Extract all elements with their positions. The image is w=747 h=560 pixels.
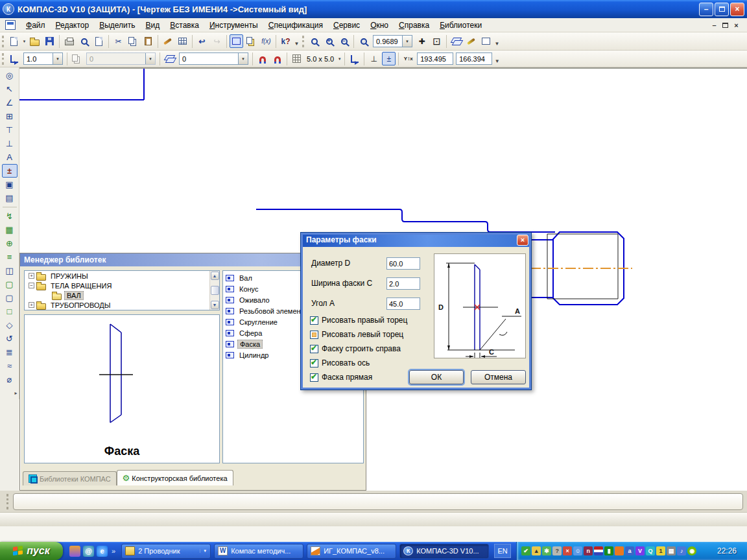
new-document-dropdown[interactable]: ▼ — [21, 35, 27, 48]
zoom-tool-button[interactable] — [307, 34, 321, 48]
measure-tool-icon[interactable]: ∠ — [2, 96, 18, 110]
selection-frame-icon[interactable]: ▢ — [2, 277, 18, 291]
layers-button[interactable] — [163, 52, 176, 65]
pan-button[interactable]: ✚ — [415, 34, 429, 48]
language-indicator[interactable]: EN — [494, 544, 511, 558]
save-button[interactable] — [43, 34, 56, 48]
internet-explorer-icon[interactable]: e — [97, 546, 108, 557]
build-tool-icon[interactable]: ⊤ — [2, 123, 18, 137]
tree-label[interactable]: ПРУЖИНЫ — [49, 272, 90, 280]
checkbox-draw-right-end[interactable]: ✔ Рисовать правый торец — [310, 316, 407, 325]
checkbox-icon[interactable]: ✔ — [310, 316, 318, 325]
perpendicular-tool-icon[interactable]: ⊥ — [2, 137, 18, 150]
tree-label-selected[interactable]: ВАЛ — [64, 291, 84, 300]
new-document-button[interactable] — [7, 34, 21, 48]
messenger-tray-icon[interactable]: ☺ — [573, 546, 582, 555]
menu-tools[interactable]: Инструменты — [204, 19, 263, 32]
restore-button[interactable] — [715, 3, 729, 16]
zoom-scale-dropdown[interactable]: ▼ — [402, 36, 412, 47]
fx-variables-button[interactable]: f(x) — [259, 34, 273, 48]
scale-combo[interactable]: 1.0 ▼ — [23, 52, 63, 65]
zoom-out-button[interactable]: − — [337, 34, 351, 48]
tree-row-bodies-of-revolution[interactable]: − ТЕЛА ВРАЩЕНИЯ — [25, 281, 219, 290]
checkbox-straight-chamfer[interactable]: ✔ Фаска прямая — [310, 373, 372, 382]
toolbar-overflow-button[interactable]: ▼ — [293, 35, 300, 48]
cut-button[interactable]: ✂ — [112, 34, 125, 48]
panel-expand-handle[interactable]: ▸ — [2, 390, 18, 398]
antivirus-shield-icon[interactable]: V — [635, 546, 645, 555]
specification-table-button[interactable] — [176, 34, 189, 48]
grid-toggle-button[interactable] — [290, 52, 303, 65]
quicktime-tray-icon[interactable]: Q — [646, 546, 655, 555]
document-system-icon[interactable] — [5, 20, 16, 30]
tree-label[interactable]: ТЕЛА ВРАЩЕНИЯ — [49, 282, 113, 290]
zoom-in-button[interactable]: + — [322, 34, 336, 48]
dialog-titlebar[interactable]: Параметры фаски × — [301, 233, 531, 247]
mdi-minimize-button[interactable]: – — [709, 20, 720, 30]
taskbar-button-kompas-doc[interactable]: ИГ_КОМПАС_v8... — [307, 544, 396, 559]
dialog-close-button[interactable]: × — [517, 235, 528, 246]
tree-scrollbar[interactable]: ▲ ▼ — [209, 271, 219, 310]
checkbox-icon[interactable]: ✔ — [310, 345, 318, 353]
open-document-button[interactable] — [28, 34, 42, 48]
waves-tool-icon[interactable]: ≈ — [2, 359, 18, 373]
screen-refresh-button[interactable] — [479, 34, 493, 48]
undo-button[interactable]: ↩ — [195, 34, 209, 48]
grid-edit-icon[interactable]: ⊞ — [2, 110, 18, 123]
variables-window-button[interactable] — [244, 34, 258, 48]
layers-stack-icon[interactable]: ≡ — [2, 250, 18, 264]
checkbox-chamfer-on-right[interactable]: ✔ Фаску строить справа — [310, 344, 401, 353]
tab-design-library[interactable]: ⚙ Конструкторская библиотека — [117, 470, 233, 485]
coordinates-button[interactable]: Y↕x — [401, 52, 415, 65]
rebuild-view-button[interactable] — [449, 34, 463, 48]
coordinate-x-field[interactable]: 193.495 — [417, 52, 453, 65]
fit-document-button[interactable]: ⊡ — [430, 34, 444, 48]
menu-libraries[interactable]: Библиотеки — [434, 19, 487, 32]
device-tray-icon[interactable]: ? — [552, 546, 562, 555]
text-tool-icon[interactable]: A — [2, 150, 18, 164]
show-document-manager-button[interactable] — [230, 34, 243, 48]
ok-button[interactable]: ОК — [409, 370, 464, 384]
menu-file[interactable]: Файл — [21, 19, 51, 32]
diameter-input[interactable] — [386, 257, 420, 270]
close-button[interactable]: × — [730, 3, 744, 16]
checkbox-icon[interactable]: ✔ — [310, 359, 318, 368]
zoom-area-button[interactable]: ◌ — [357, 34, 370, 48]
chamfer-width-input[interactable] — [386, 277, 420, 290]
tree-row-shaft[interactable]: ВАЛ — [25, 290, 219, 300]
menu-insert[interactable]: Вставка — [165, 19, 204, 32]
snap-settings-button[interactable] — [255, 52, 269, 65]
onenote-tray-icon[interactable]: n — [584, 546, 593, 555]
menu-help[interactable]: Справка — [394, 19, 434, 32]
keyboard-tray-icon[interactable]: ▤ — [667, 546, 676, 555]
select-cursor-icon[interactable]: ↖ — [2, 82, 18, 96]
view-frames-icon[interactable]: ◫ — [2, 264, 18, 277]
ortho-drawing-button[interactable]: ± — [382, 52, 396, 65]
nvidia-tray-icon[interactable]: ◉ — [687, 546, 696, 555]
rotate-shape-icon[interactable]: ↺ — [2, 332, 18, 345]
quick-launch-chevron-icon[interactable]: » — [112, 547, 115, 555]
table-tool-icon[interactable]: ▤ — [2, 191, 18, 205]
tree-label[interactable]: ТРУБОПРОВОДЫ — [49, 301, 113, 309]
corner-mode-button[interactable]: ⊥ — [367, 52, 381, 65]
grid-dropdown[interactable]: ▼ — [337, 52, 342, 65]
snap-toggle-button[interactable] — [270, 52, 284, 65]
minimize-button[interactable]: – — [699, 3, 713, 16]
checkbox-draw-axis[interactable]: ✔ Рисовать ось — [310, 358, 370, 368]
page-setup-button[interactable] — [92, 34, 106, 48]
disconnected-network-icon[interactable]: × — [563, 546, 572, 555]
print-preview-button[interactable] — [77, 34, 91, 48]
print-button[interactable] — [62, 34, 76, 48]
menu-view[interactable]: Вид — [141, 19, 165, 32]
us-flag-icon[interactable] — [594, 546, 603, 555]
redo-button[interactable]: ↪ — [210, 34, 224, 48]
layer-dropdown[interactable]: ▼ — [238, 53, 248, 64]
coordinate-y-field[interactable]: 166.394 — [456, 52, 492, 65]
orange-app-tray-icon[interactable] — [615, 546, 624, 555]
mdi-restore-button[interactable] — [720, 20, 731, 30]
quick-launch-browser-icon[interactable]: @ — [83, 546, 94, 557]
volume-speaker-icon[interactable]: ♪ — [677, 546, 686, 555]
cancel-button[interactable]: Отмена — [471, 370, 526, 384]
scrollbar-thumb[interactable] — [211, 286, 219, 295]
tray-clock[interactable]: 22:26 — [717, 546, 743, 555]
